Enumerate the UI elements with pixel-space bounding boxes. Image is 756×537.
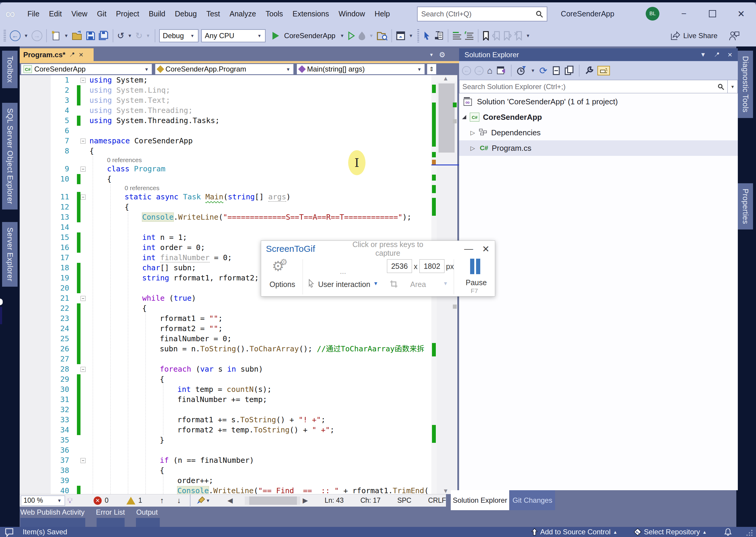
menu-tools[interactable]: Tools <box>261 10 288 18</box>
suggestion-icon[interactable]: 💡︎ <box>67 496 73 505</box>
next-issue-icon[interactable]: ↓ <box>177 496 181 505</box>
menu-git[interactable]: Git <box>92 10 111 18</box>
code-line[interactable]: 13Console.WriteLine("=============S==T==… <box>20 212 431 222</box>
expanded-icon[interactable] <box>462 115 466 119</box>
code-line[interactable]: 4using System.Threading; <box>20 105 431 116</box>
start-without-debug-icon[interactable] <box>348 31 355 40</box>
minimize-button[interactable]: − <box>674 2 693 25</box>
tab-output[interactable]: Output <box>136 508 158 519</box>
code-line[interactable]: 40Console.WriteLine("== Find == :: " + r… <box>20 486 431 494</box>
scroll-up-icon[interactable]: ▲ <box>443 75 449 82</box>
close-tab-icon[interactable]: ✕ <box>78 51 83 59</box>
tab-web-publish-activity[interactable]: Web Publish Activity <box>20 508 85 519</box>
code-line[interactable]: 11−static async Task Main(string[] args) <box>20 192 431 202</box>
tree-row-program-cs[interactable]: ▷ C# Program.cs <box>459 140 738 156</box>
code-line[interactable]: 37−if (n == finalNumber) <box>20 455 431 466</box>
codelens-references[interactable]: 0 references <box>125 184 159 192</box>
fold-toggle[interactable]: − <box>80 458 86 463</box>
new-project-dropdown[interactable]: ▼ <box>63 33 69 38</box>
gear-icon[interactable]: ⚙ <box>439 51 445 59</box>
find-in-files-icon[interactable] <box>377 31 388 41</box>
code-line[interactable]: 27 <box>20 354 431 364</box>
zoom-dropdown[interactable]: 100 %▼ <box>21 496 65 506</box>
live-share-group[interactable]: Live Share <box>670 25 739 47</box>
pause-icon[interactable] <box>476 259 480 274</box>
hscroll-left-icon[interactable]: ◀ <box>228 496 233 505</box>
menu-analyze[interactable]: Analyze <box>225 10 261 18</box>
new-project-icon[interactable]: ✱ <box>51 30 61 41</box>
options-button[interactable]: Options <box>270 280 295 289</box>
panel-dropdown-icon[interactable]: ▼ <box>700 51 706 59</box>
code-line[interactable]: 2using System.Linq; <box>20 85 431 95</box>
navigate-back-button[interactable]: ← <box>10 30 21 41</box>
solution-platform-dropdown[interactable]: Any CPU▼ <box>201 29 266 42</box>
refresh-icon[interactable]: ⟳ <box>539 65 547 76</box>
fold-toggle[interactable]: − <box>80 194 86 200</box>
status-eol[interactable]: CRLF <box>428 496 446 505</box>
code-line[interactable]: 9−class Program <box>20 164 431 174</box>
code-line[interactable]: 6 <box>20 126 431 136</box>
solution-search-input[interactable]: Search Solution Explorer (Ctrl+;) <box>459 80 728 93</box>
code-line[interactable]: 29{ <box>20 374 431 385</box>
code-line[interactable]: 26subn = n.ToString().ToCharArray(); //通… <box>20 344 431 354</box>
filter-dropdown[interactable]: ▼ <box>530 68 536 73</box>
start-debug-icon[interactable] <box>273 32 279 40</box>
window-preview-icon[interactable] <box>396 31 405 41</box>
switch-views-icon[interactable] <box>496 65 506 76</box>
code-line[interactable]: 25finalNumber = 0; <box>20 334 431 344</box>
tab-program-cs[interactable]: Program.cs* 📍︎ ✕ <box>20 48 94 61</box>
pending-changes-filter-icon[interactable] <box>516 65 526 76</box>
tab-git-changes[interactable]: Git Changes <box>510 490 555 510</box>
quick-search-input[interactable]: Search (Ctrl+Q) <box>417 7 547 21</box>
tab-toolbox[interactable]: Toolbox <box>2 51 18 88</box>
show-all-files-toggle[interactable] <box>597 66 610 75</box>
codelens-references[interactable]: 0 references <box>107 156 142 164</box>
tab-solution-explorer[interactable]: Solution Explorer <box>451 490 509 510</box>
menu-test[interactable]: Test <box>201 10 225 18</box>
notification-bubble-icon[interactable] <box>5 528 15 537</box>
capture-width-input[interactable]: 2536 <box>387 259 412 273</box>
close-icon[interactable]: ✕ <box>482 244 489 254</box>
code-line[interactable]: 33rformat1 += s.ToString() + "! +"; <box>20 415 431 425</box>
code-line[interactable]: 22{ <box>20 303 431 313</box>
pin-icon[interactable]: 📍︎ <box>69 51 75 58</box>
code-line[interactable]: 34rformat2 += temp.ToString() + " +"; <box>20 425 431 435</box>
toolbar-grip[interactable] <box>4 30 6 42</box>
warning-icon[interactable] <box>126 497 135 505</box>
search-options-dropdown[interactable]: ▼ <box>728 80 738 93</box>
tab-properties[interactable]: Properties <box>737 183 753 229</box>
code-line[interactable]: 12{ <box>20 202 431 212</box>
hscrollbar-thumb[interactable] <box>249 496 297 505</box>
save-icon[interactable] <box>86 31 95 41</box>
open-file-icon[interactable] <box>72 31 83 41</box>
code-line[interactable]: 39order++; <box>20 475 431 486</box>
maximize-button[interactable] <box>703 2 722 25</box>
close-button[interactable]: ✕ <box>732 2 751 25</box>
mode-dropdown-caret[interactable]: ▼ <box>373 281 378 287</box>
collapsed-icon[interactable]: ▷ <box>470 145 475 152</box>
error-count[interactable]: 0 <box>105 496 108 505</box>
tab-sql-server-object-explorer[interactable]: SQL Server Object Explorer <box>2 103 18 210</box>
format-dropdown[interactable]: ▼ <box>205 498 211 503</box>
tree-row-dependencies[interactable]: ▷ Dependencies <box>459 125 738 140</box>
tab-list-dropdown[interactable]: ▼ <box>429 52 434 57</box>
code-line[interactable]: 30int temp = countN(s); <box>20 385 431 394</box>
code-line[interactable]: 23rformat1 = ""; <box>20 313 431 324</box>
menu-edit[interactable]: Edit <box>44 10 66 18</box>
indent-lines-icon[interactable] <box>452 31 462 40</box>
resize-grip[interactable] <box>746 529 753 536</box>
save-all-icon[interactable] <box>98 31 109 41</box>
undo-icon[interactable]: ↺ <box>117 30 124 41</box>
code-line[interactable]: 14 <box>20 222 431 232</box>
add-to-source-control-button[interactable]: Add to Source Control ▲ <box>531 527 617 537</box>
toolbar-options-dropdown[interactable]: ▼ <box>525 33 531 38</box>
startup-project-label[interactable]: CoreSenderApp <box>284 32 335 40</box>
status-spaces[interactable]: SPC <box>398 496 411 505</box>
menu-help[interactable]: Help <box>370 10 395 18</box>
menu-extensions[interactable]: Extensions <box>288 10 334 18</box>
code-line[interactable]: 7−namespace CoreSenderApp <box>20 136 431 146</box>
format-brush-icon[interactable] <box>196 496 205 505</box>
menu-build[interactable]: Build <box>144 10 170 18</box>
feedback-icon[interactable] <box>729 31 739 41</box>
scroll-down-icon[interactable]: ▼ <box>443 487 449 494</box>
